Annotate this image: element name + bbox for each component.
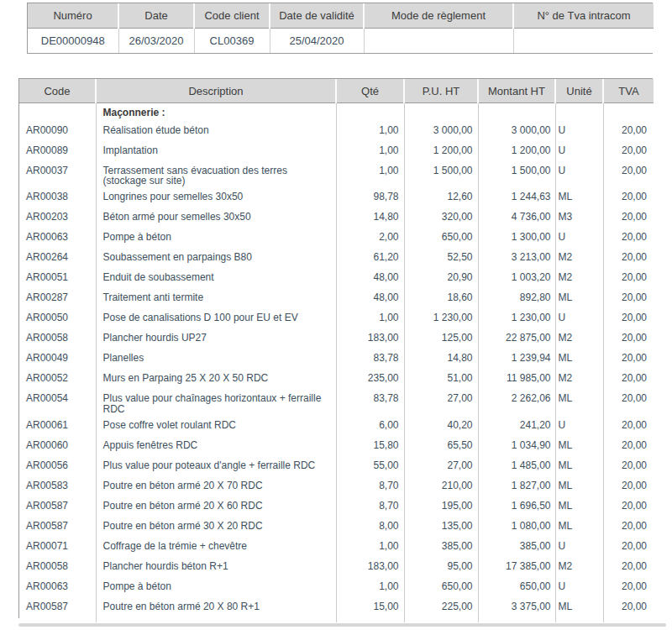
cell-code[interactable]: AR00063 [19,577,96,597]
cell-description[interactable]: Enduit de soubassement [96,268,336,288]
cell-qty[interactable]: 83,78 [336,389,404,416]
cell-pu-ht[interactable]: 12,60 [404,187,478,207]
cell-unite[interactable]: M2 [555,328,603,349]
cell-tva[interactable]: 20,00 [603,436,654,456]
info-value-date-validite[interactable]: 25/04/2020 [270,29,364,54]
cell-description[interactable]: Poutre en béton armé 20 X 60 RDC [96,496,336,517]
cell-montant-ht[interactable]: 3 213,00 [478,248,555,268]
cell-montant-ht[interactable]: 892,80 [478,288,555,308]
cell-unite[interactable]: ML [555,496,603,517]
cell-code[interactable]: AR00052 [19,369,96,389]
cell-description[interactable]: Coffrage de la trémie + chevêtre [96,537,336,557]
cell-montant-ht[interactable]: 1 239,94 [478,349,555,369]
cell-tva[interactable]: 20,00 [603,248,654,268]
cell-qty[interactable]: 48,00 [336,288,404,308]
cell-code[interactable]: AR00051 [19,268,96,288]
cell-description[interactable]: Appuis fenêtres RDC [96,436,336,456]
cell-tva[interactable]: 20,00 [603,268,654,288]
section-empty-cell[interactable] [404,103,478,121]
cell-pu-ht[interactable]: 27,00 [404,456,478,476]
cell-montant-ht[interactable]: 1 696,50 [478,496,555,517]
cell-code[interactable]: AR00089 [19,141,96,161]
cell-description[interactable]: Poutre en béton armé 20 X 70 RDC [96,476,336,496]
cell-code[interactable]: AR00063 [19,228,96,248]
cell-qty[interactable]: 48,00 [336,268,404,288]
cell-code[interactable]: AR00090 [19,121,96,141]
cell-code[interactable]: AR00050 [19,308,96,328]
cell-description[interactable]: Plancher hourdis béton R+1 [96,557,336,577]
cell-qty[interactable]: 1,00 [336,121,404,141]
cell-qty[interactable]: 183,00 [336,328,404,349]
cell-montant-ht[interactable]: 1 080,00 [478,517,555,537]
cell-pu-ht[interactable]: 3 000,00 [404,121,478,141]
cell-pu-ht[interactable]: 385,00 [404,537,478,557]
cell-montant-ht[interactable]: 4 736,00 [478,207,555,228]
cell-qty[interactable]: 183,00 [336,557,404,577]
cell-code[interactable]: AR00587 [19,496,96,517]
cell-description[interactable]: Plancher hourdis UP27 [96,328,336,349]
cell-tva[interactable]: 20,00 [603,161,654,188]
cell-pu-ht[interactable]: 195,00 [404,496,478,517]
cell-description[interactable]: Plus value pour poteaux d'angle + ferrai… [96,456,336,476]
cell-pu-ht[interactable]: 40,20 [404,416,478,436]
section-title[interactable]: Maçonnerie : [96,103,336,121]
cell-code[interactable]: AR00038 [19,187,96,207]
section-empty-cell[interactable] [19,103,96,121]
cell-code[interactable]: AR00056 [19,456,96,476]
cell-pu-ht[interactable]: 135,00 [404,517,478,537]
cell-unite[interactable]: U [555,537,603,557]
cell-montant-ht[interactable]: 1 244,63 [478,187,555,207]
cell-description[interactable]: Pose coffre volet roulant RDC [96,416,336,436]
cell-description[interactable]: Soubassement en parpaings B80 [96,248,336,268]
cell-description[interactable]: Pompe à béton [96,577,336,597]
cell-qty[interactable]: 83,78 [336,349,404,369]
info-value-tva-intracom[interactable] [513,29,654,54]
cell-code[interactable]: AR00060 [19,436,96,456]
cell-pu-ht[interactable]: 52,50 [404,248,478,268]
cell-pu-ht[interactable]: 1 200,00 [404,141,478,161]
info-value-code-client[interactable]: CL00369 [194,29,270,54]
cell-qty[interactable]: 1,00 [336,141,404,161]
cell-unite[interactable]: U [555,308,603,328]
cell-montant-ht[interactable]: 17 385,00 [478,557,555,577]
cell-montant-ht[interactable]: 11 985,00 [478,369,555,389]
cell-unite[interactable]: U [555,161,603,188]
cell-pu-ht[interactable]: 65,50 [404,436,478,456]
info-value-date[interactable]: 26/03/2020 [118,29,194,54]
cell-pu-ht[interactable]: 14,80 [404,349,478,369]
cell-code[interactable]: AR00058 [19,557,96,577]
cell-description[interactable]: Implantation [96,141,336,161]
cell-montant-ht[interactable]: 3 375,00 [478,597,555,617]
cell-tva[interactable]: 20,00 [603,328,654,349]
cell-description[interactable]: Béton armé pour semelles 30x50 [96,207,336,228]
cell-unite[interactable]: ML [555,517,603,537]
section-empty-cell[interactable] [555,103,603,121]
section-empty-cell[interactable] [478,103,555,121]
cell-description[interactable]: Pompe à béton [96,228,336,248]
cell-code[interactable]: AR00264 [19,248,96,268]
cell-unite[interactable]: M2 [555,369,603,389]
cell-montant-ht[interactable]: 3 000,00 [478,121,555,141]
cell-montant-ht[interactable]: 1 500,00 [478,161,555,188]
section-empty-cell[interactable] [603,103,654,121]
cell-montant-ht[interactable]: 1 485,00 [478,456,555,476]
cell-unite[interactable]: U [555,121,603,141]
cell-code[interactable]: AR00037 [19,161,96,188]
cell-montant-ht[interactable]: 1 300,00 [478,228,555,248]
cell-pu-ht[interactable]: 20,90 [404,268,478,288]
cell-tva[interactable]: 20,00 [603,557,654,577]
cell-qty[interactable]: 6,00 [336,416,404,436]
cell-tva[interactable]: 20,00 [603,187,654,207]
cell-tva[interactable]: 20,00 [603,517,654,537]
cell-tva[interactable]: 20,00 [603,207,654,228]
cell-description[interactable]: Murs en Parpaing 25 X 20 X 50 RDC [96,369,336,389]
cell-unite[interactable]: U [555,228,603,248]
cell-tva[interactable]: 20,00 [603,537,654,557]
cell-montant-ht[interactable]: 22 875,00 [478,328,555,349]
cell-code[interactable]: AR00049 [19,349,96,369]
cell-unite[interactable]: ML [555,349,603,369]
cell-unite[interactable]: ML [555,187,603,207]
cell-montant-ht[interactable]: 650,00 [478,577,555,597]
cell-unite[interactable]: ML [555,456,603,476]
cell-unite[interactable]: M3 [555,207,603,228]
